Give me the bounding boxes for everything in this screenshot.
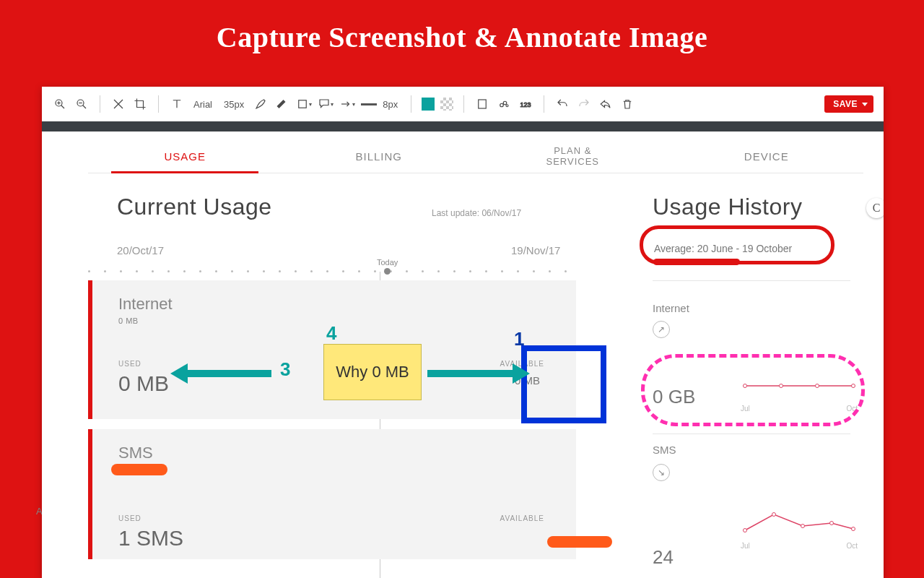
zoom-out-icon[interactable] — [74, 96, 90, 112]
svg-point-14 — [506, 105, 508, 107]
crop-icon[interactable] — [132, 96, 148, 112]
tab-plan-services[interactable]: PLAN &SERVICES — [476, 140, 670, 173]
arrow-tool-icon[interactable]: ▾ — [339, 96, 355, 112]
editor-canvas[interactable]: C USAGE BILLING PLAN &SERVICES DEVICE Cu… — [42, 131, 884, 578]
svg-point-18 — [816, 384, 819, 388]
svg-rect-9 — [299, 100, 307, 108]
toolbar-separator — [463, 95, 464, 113]
annotation-arrow-right[interactable] — [427, 370, 514, 377]
svg-point-20 — [744, 529, 747, 532]
svg-point-13 — [503, 101, 507, 105]
shape-tool-icon[interactable]: ▾ — [296, 96, 312, 112]
last-update-text: Last update: 06/Nov/17 — [432, 208, 521, 218]
svg-point-21 — [772, 513, 776, 517]
panel-title: Internet — [118, 295, 173, 314]
save-button[interactable]: SAVE — [824, 95, 873, 113]
svg-line-5 — [83, 105, 87, 109]
svg-point-17 — [780, 384, 783, 388]
svg-point-16 — [744, 384, 747, 388]
used-value: 1 SMS — [118, 526, 183, 551]
svg-point-12 — [500, 103, 504, 107]
svg-point-19 — [852, 384, 855, 388]
toolbar-separator — [544, 95, 544, 113]
tab-device[interactable]: DEVICE — [670, 140, 864, 173]
resize-icon[interactable] — [110, 96, 126, 112]
used-label: USED — [118, 514, 141, 522]
divider — [653, 280, 850, 281]
annotation-orange-highlight[interactable] — [111, 464, 167, 475]
today-label: Today — [377, 258, 398, 267]
used-label: USED — [118, 360, 141, 368]
undo-icon[interactable] — [554, 96, 570, 112]
annotation-toolbar: Arial 35px ▾ ▾ ▾ 8px 123 SAVE — [42, 87, 884, 121]
svg-point-23 — [830, 522, 834, 525]
trash-icon[interactable] — [619, 96, 635, 112]
text-tool-icon[interactable] — [169, 96, 185, 112]
current-usage-heading: Current Usage — [117, 194, 272, 220]
sms-usage-panel: SMS USED 1 SMS AVAILABLE — [88, 429, 576, 559]
fill-color-swatch[interactable] — [440, 98, 453, 111]
chart-tick: Oct — [846, 542, 858, 550]
annotation-app-window: Arial 35px ▾ ▾ ▾ 8px 123 SAVE C USAGE BI… — [42, 87, 884, 578]
tab-billing[interactable]: BILLING — [282, 140, 476, 173]
svg-point-22 — [801, 525, 805, 528]
account-tabs: USAGE BILLING PLAN &SERVICES DEVICE — [88, 140, 863, 173]
period-end-date: 19/Nov/17 — [511, 244, 560, 256]
step-tool-icon[interactable]: 123 — [518, 96, 533, 112]
annotation-step-4[interactable]: 4 — [326, 322, 336, 345]
app-badge-icon[interactable]: C — [866, 198, 884, 218]
stroke-color-swatch[interactable] — [422, 98, 435, 111]
history-sms-value: 24 — [653, 546, 674, 569]
promo-title: Capture Screenshot & Annotate Image — [0, 0, 924, 67]
blur-tool-icon[interactable] — [496, 96, 512, 112]
usage-history-heading: Usage History — [653, 194, 802, 220]
tab-label: SERVICES — [546, 157, 599, 167]
pen-tool-icon[interactable] — [253, 96, 269, 112]
reply-icon[interactable] — [598, 96, 614, 112]
redo-icon[interactable] — [576, 96, 592, 112]
toolbar-separator — [158, 95, 159, 113]
history-internet-value: 0 GB — [653, 386, 695, 408]
tab-usage[interactable]: USAGE — [88, 140, 282, 173]
history-sms-label: SMS — [653, 444, 676, 456]
svg-rect-11 — [479, 100, 487, 108]
expand-arrow-icon[interactable]: ↘ — [653, 464, 670, 481]
annotation-step-3[interactable]: 3 — [280, 358, 290, 381]
stroke-width-select[interactable]: 8px — [361, 98, 401, 111]
stroke-width-label: 8px — [380, 99, 401, 110]
available-label: AVAILABLE — [500, 514, 544, 522]
timeline-dots — [88, 269, 576, 275]
highlighter-tool-icon[interactable] — [274, 96, 290, 112]
svg-line-1 — [61, 105, 65, 109]
panel-total: 0 MB — [118, 316, 139, 325]
history-internet-chart: JulOct — [741, 371, 858, 413]
expand-arrow-icon[interactable]: ↗ — [653, 321, 670, 338]
chart-tick: Oct — [846, 405, 858, 413]
panel-title: SMS — [118, 444, 153, 462]
toolbar-separator — [411, 95, 411, 113]
blank-page-icon[interactable] — [474, 96, 490, 112]
chart-tick: Jul — [741, 542, 750, 550]
annotation-step-1[interactable]: 1 — [514, 328, 524, 350]
annotation-orange-highlight[interactable] — [547, 536, 612, 548]
toolbar-separator — [100, 95, 100, 113]
font-size-select[interactable]: 35px — [221, 99, 247, 110]
chevron-down-icon — [862, 103, 868, 106]
history-sms-chart: JulOct — [741, 509, 858, 550]
svg-text:123: 123 — [520, 101, 531, 108]
chart-tick: Jul — [741, 405, 750, 413]
tab-label: PLAN & — [554, 146, 591, 156]
callout-tool-icon[interactable]: ▾ — [318, 96, 334, 112]
used-value: 0 MB — [118, 371, 169, 396]
history-internet-label: Internet — [653, 302, 689, 314]
period-start-date: 20/Oct/17 — [117, 244, 164, 256]
annotation-arrow-left[interactable] — [186, 370, 271, 377]
font-family-select[interactable]: Arial — [191, 99, 215, 110]
average-range-text: Average: 20 June - 19 October — [653, 240, 793, 257]
annotation-sticky-note[interactable]: Why 0 MB — [323, 344, 422, 400]
toolbar-divider — [42, 121, 884, 131]
divider — [653, 434, 850, 434]
svg-point-24 — [852, 527, 855, 531]
save-button-label: SAVE — [833, 99, 858, 109]
zoom-in-icon[interactable] — [52, 96, 68, 112]
